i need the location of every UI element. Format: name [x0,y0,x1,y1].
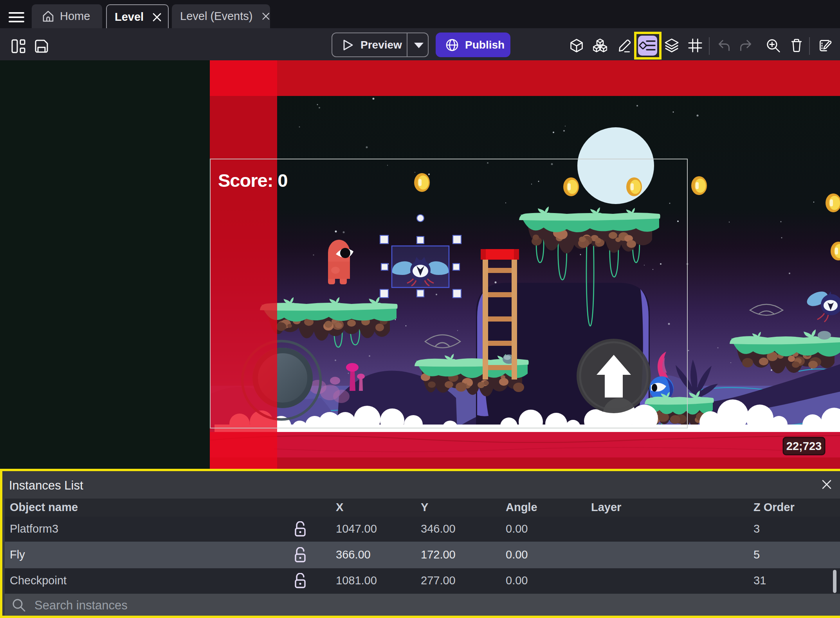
svg-text:Score: 0: Score: 0 [218,170,287,191]
svg-text:22;723: 22;723 [786,440,822,452]
